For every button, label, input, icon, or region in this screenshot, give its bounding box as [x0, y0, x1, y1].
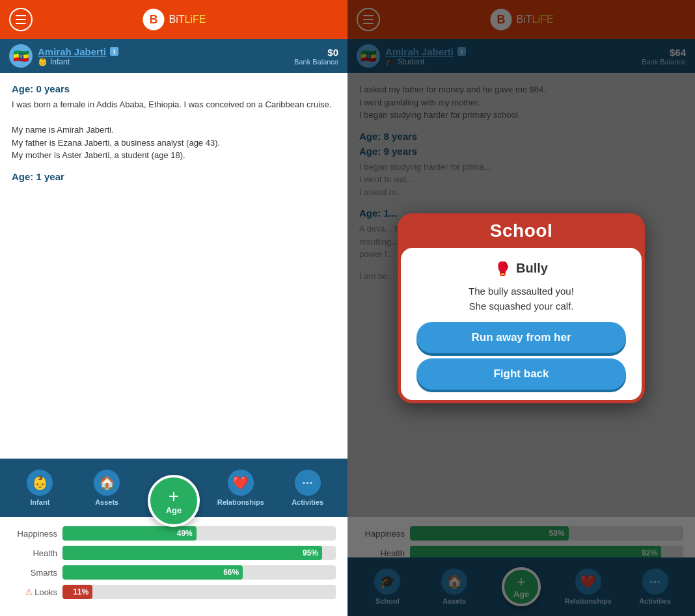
looks-warning-icon: ⚠: [25, 587, 33, 596]
relationships-icon: ❤️: [228, 470, 254, 496]
bully-label: Bully: [516, 261, 548, 276]
left-stat-health: Health 95%: [12, 546, 336, 560]
left-stats-area: Happiness 49% Health 95% Smarts 66% ⚠ Lo…: [0, 517, 348, 616]
left-profile-right: $0 Bank Balance: [294, 47, 338, 66]
run-away-button[interactable]: Run away from her: [416, 322, 626, 353]
left-stat-happiness-label: Happiness: [12, 529, 57, 539]
left-header: B BiTLiFE: [0, 0, 348, 39]
left-age-0: Age: 0 years: [12, 83, 336, 94]
left-nav-assets-label: Assets: [95, 498, 118, 506]
modal-buttons: Run away from her Fight back: [416, 322, 626, 390]
left-flag: 🇪🇹: [13, 48, 29, 64]
svg-text:B: B: [149, 13, 157, 26]
left-panel: B BiTLiFE 🇪🇹 Amirah Jaberti i 👶 Infant: [0, 0, 348, 616]
left-profile-name-row: Amirah Jaberti i: [38, 46, 118, 57]
left-stat-smarts-bar: 66%: [62, 565, 243, 580]
left-stat-looks-label: ⚠ Looks: [12, 587, 57, 597]
left-stat-happiness-bar-bg: 49%: [62, 526, 336, 541]
left-nav-relationships[interactable]: ❤️ Relationships: [207, 470, 274, 506]
left-nav-assets[interactable]: 🏠 Assets: [74, 470, 141, 506]
bully-icon: 🥊: [495, 261, 511, 276]
left-nav-activities-label: Activities: [292, 498, 323, 506]
left-stat-happiness-bar: 49%: [62, 526, 197, 541]
bully-modal-card: School 🥊 Bully The bully assaulted you! …: [398, 213, 645, 403]
left-stat-looks-bar-bg: 11%: [62, 585, 336, 599]
modal-message1: The bully assaulted you!: [416, 286, 626, 297]
age-plus-icon: +: [169, 487, 179, 505]
age-circle-label: Age: [166, 505, 182, 515]
modal-message2: She squashed your calf.: [416, 301, 626, 312]
left-stat-smarts: Smarts 66%: [12, 565, 336, 580]
left-profile-left: 🇪🇹 Amirah Jaberti i 👶 Infant: [9, 44, 118, 68]
left-profile-bar: 🇪🇹 Amirah Jaberti i 👶 Infant $0 Bank Bal…: [0, 39, 348, 73]
left-logo: B BiTLiFE: [142, 8, 206, 31]
modal-inner: 🥊 Bully The bully assaulted you! She squ…: [401, 248, 642, 400]
left-stat-health-bar-bg: 95%: [62, 546, 336, 560]
left-profile-info: Amirah Jaberti i 👶 Infant: [38, 46, 118, 66]
left-balance-amount: $0: [294, 47, 338, 58]
left-stat-looks-bar: 11%: [62, 585, 92, 599]
left-bottom-nav: 👶 Infant 🏠 Assets + Age ❤️ Relationships…: [0, 459, 348, 517]
left-info-badge[interactable]: i: [110, 47, 118, 56]
left-nav-activities[interactable]: ··· Activities: [274, 470, 341, 506]
modal-overlay: School 🥊 Bully The bully assaulted you! …: [348, 0, 695, 616]
left-text-0: I was born a female in Addis Ababa, Ethi…: [12, 98, 336, 162]
logo-bit: BiT: [169, 14, 185, 25]
left-profile-role: 👶 Infant: [38, 57, 118, 66]
left-nav-infant[interactable]: 👶 Infant: [7, 470, 74, 506]
left-stat-looks: ⚠ Looks 11%: [12, 585, 336, 599]
left-profile-name[interactable]: Amirah Jaberti: [38, 46, 106, 57]
left-story-1: Age: 1 year: [12, 171, 336, 182]
hamburger-icon: [16, 15, 26, 24]
bitlife-logo-icon: B: [142, 8, 165, 31]
left-content-area: Age: 0 years I was born a female in Addi…: [0, 73, 348, 459]
logo-life: LiFE: [185, 14, 206, 25]
left-stat-smarts-label: Smarts: [12, 568, 57, 578]
left-stat-smarts-bar-bg: 66%: [62, 565, 336, 580]
age-circle[interactable]: + Age: [148, 475, 200, 527]
right-panel: B BiTLiFE 🇪🇹 Amirah Jaberti i 🎓 Student: [348, 0, 695, 616]
left-stat-health-bar: 95%: [62, 546, 322, 560]
infant-icon: 👶: [27, 470, 53, 496]
assets-icon: 🏠: [94, 470, 120, 496]
activities-icon: ···: [295, 470, 321, 496]
left-story-0: Age: 0 years I was born a female in Addi…: [12, 83, 336, 162]
logo-text: BiTLiFE: [169, 14, 206, 25]
left-avatar: 🇪🇹: [9, 44, 33, 68]
modal-school-title: School: [401, 217, 642, 248]
left-stat-happiness: Happiness 49%: [12, 526, 336, 541]
fight-back-button[interactable]: Fight back: [416, 358, 626, 390]
left-menu-button[interactable]: [9, 8, 33, 31]
left-age-1: Age: 1 year: [12, 171, 336, 182]
left-nav-relationships-label: Relationships: [217, 498, 264, 506]
left-stat-health-label: Health: [12, 548, 57, 558]
bully-title: 🥊 Bully: [416, 261, 626, 276]
left-nav-infant-label: Infant: [30, 498, 49, 506]
left-balance-label: Bank Balance: [294, 58, 338, 66]
